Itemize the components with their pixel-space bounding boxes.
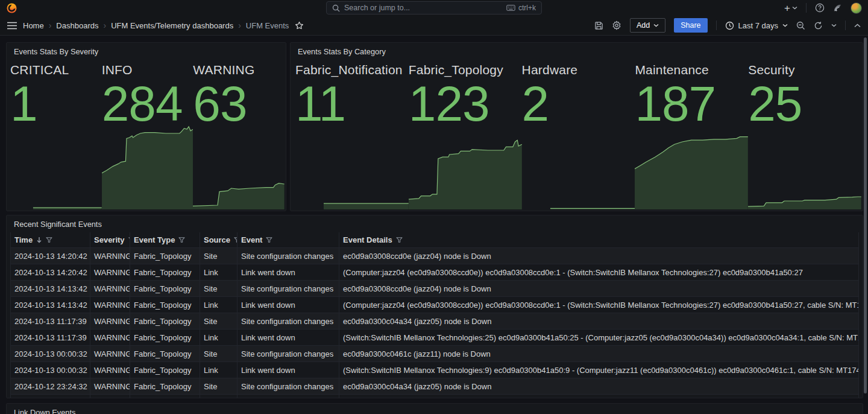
cell-source: Site bbox=[200, 248, 237, 264]
breadcrumb-item[interactable]: Home bbox=[23, 21, 44, 30]
keyboard-icon bbox=[506, 5, 515, 11]
collapse-toolbar-button[interactable] bbox=[854, 24, 861, 28]
table-row: 2024-10-13 00:00:32 WARNING Fabric_Topol… bbox=[11, 362, 858, 378]
cell-source: Site bbox=[200, 346, 237, 361]
cell-source: Link bbox=[200, 297, 237, 313]
stat-value: 63 bbox=[193, 79, 285, 129]
save-dashboard-button[interactable] bbox=[594, 21, 603, 30]
filter-icon[interactable] bbox=[266, 237, 272, 243]
cell-event-type: Fabric_Topology bbox=[130, 248, 200, 264]
breadcrumb-item[interactable]: Dashboards bbox=[56, 21, 98, 30]
new-menu-button[interactable]: + bbox=[784, 3, 797, 13]
menu-toggle-button[interactable] bbox=[7, 22, 17, 30]
filter-icon[interactable] bbox=[396, 237, 403, 243]
breadcrumb-separator-icon: › bbox=[103, 21, 106, 30]
gear-icon bbox=[612, 21, 621, 30]
stat-value: 187 bbox=[635, 79, 748, 129]
breadcrumb-item: UFM Events bbox=[246, 21, 289, 30]
refresh-interval-button[interactable] bbox=[831, 24, 837, 27]
stat-fabric_topology: Fabric_Topology123 bbox=[409, 61, 522, 210]
column-header-event-type[interactable]: Event Type bbox=[130, 232, 200, 247]
stat-hardware: Hardware2 bbox=[522, 61, 635, 210]
cell-time: 2024-10-13 14:20:42 bbox=[11, 264, 90, 280]
refresh-icon bbox=[814, 21, 823, 30]
column-header-event[interactable]: Event bbox=[237, 232, 339, 247]
table-row: 2024-10-13 11:17:39 WARNING Fabric_Topol… bbox=[11, 330, 858, 346]
panel-title[interactable]: Events Stats By Category bbox=[291, 43, 393, 59]
sparkline-chart bbox=[193, 125, 285, 209]
cell-time: 2024-10-13 11:17:39 bbox=[11, 313, 90, 329]
panel-title[interactable]: Events Stats By Severity bbox=[7, 43, 105, 59]
cell-severity: WARNING bbox=[90, 362, 130, 378]
stat-security: Security25 bbox=[748, 61, 861, 210]
table-row: 2024-10-13 00:00:32 WARNING Fabric_Topol… bbox=[11, 346, 858, 362]
search-placeholder: Search or jump to... bbox=[344, 4, 502, 12]
cell-event-type: Fabric_Topology bbox=[130, 297, 200, 313]
stat-fabric_notification: Fabric_Notification11 bbox=[295, 61, 409, 210]
dashboard-settings-button[interactable] bbox=[612, 21, 621, 30]
cell-event-type: Fabric_Topology bbox=[130, 313, 200, 329]
news-button[interactable] bbox=[833, 4, 842, 13]
panel-title[interactable]: Link Down Events bbox=[7, 404, 83, 414]
cell-time: 2024-10-13 14:20:42 bbox=[11, 248, 90, 264]
cell-source: Site bbox=[200, 281, 237, 296]
stat-value: 1 bbox=[10, 79, 102, 129]
cell-event: Site configuration changes bbox=[237, 313, 339, 329]
stats-row: Fabric_Notification11Fabric_Topology123H… bbox=[295, 61, 861, 210]
add-panel-button[interactable]: Add bbox=[630, 18, 665, 33]
cell-event: Link went down bbox=[237, 362, 339, 378]
cell-severity: WARNING bbox=[90, 248, 130, 264]
stat-label: Maintenance bbox=[635, 63, 748, 77]
cell-event: Site configuration changes bbox=[237, 248, 339, 264]
sparkline-chart bbox=[748, 125, 861, 209]
divider bbox=[716, 21, 717, 30]
stat-value: 2 bbox=[522, 79, 635, 129]
filter-icon[interactable] bbox=[178, 237, 185, 243]
cell-event: Link went down bbox=[237, 264, 339, 280]
sparkline-chart bbox=[295, 125, 409, 209]
vertical-scrollbar[interactable] bbox=[864, 37, 867, 393]
favorite-star-button[interactable] bbox=[295, 21, 304, 30]
chevron-down-icon bbox=[831, 24, 837, 27]
events-table-header: Time Severity Event Type Source Event bbox=[11, 232, 858, 248]
time-range-label: Last 7 days bbox=[738, 21, 779, 30]
table-row: 2024-10-12 23:24:32 WARNING Fabric_Topol… bbox=[11, 378, 858, 395]
cell-severity: WARNING bbox=[90, 346, 130, 361]
table-row: 2024-10-13 14:13:42 WARNING Fabric_Topol… bbox=[11, 297, 858, 313]
time-range-picker[interactable]: Last 7 days bbox=[725, 21, 788, 30]
cell-time: 2024-10-13 00:00:32 bbox=[11, 346, 90, 361]
column-header-time[interactable]: Time bbox=[11, 232, 90, 247]
cell-time: 2024-10-12 23:24:32 bbox=[11, 378, 90, 394]
search-input[interactable]: Search or jump to... ctrl+k bbox=[326, 1, 542, 14]
cell-event: Link went down bbox=[237, 330, 339, 345]
page-toolbar: Home›Dashboards›UFM Events/Telemetry das… bbox=[0, 16, 868, 36]
column-header-severity[interactable]: Severity bbox=[90, 232, 130, 247]
cell-event-details: ec0d9a0300c0461c (jazz11) node is Down bbox=[339, 346, 858, 361]
refresh-button[interactable] bbox=[814, 21, 823, 30]
column-header-source[interactable]: Source bbox=[200, 232, 237, 247]
cell-event-details: (Switch:SwitchIB Mellanox Technologies:9… bbox=[339, 362, 858, 378]
breadcrumb: Home›Dashboards›UFM Events/Telemetry das… bbox=[23, 21, 289, 30]
column-header-event-details[interactable]: Event Details bbox=[339, 232, 858, 247]
share-button[interactable]: Share bbox=[674, 18, 707, 33]
cell-source: Site bbox=[200, 313, 237, 329]
zoom-out-time-button[interactable] bbox=[796, 21, 805, 30]
cell-event-details: ec0d9a0300c04a34 (jazz05) node is Down bbox=[339, 313, 858, 329]
cell-event-type: Fabric_Topology bbox=[130, 264, 200, 280]
divider bbox=[806, 3, 807, 13]
stat-warning: WARNING63 bbox=[193, 61, 285, 210]
cell-source: Site bbox=[200, 378, 237, 394]
breadcrumb-item[interactable]: UFM Events/Telemetry dashboards bbox=[111, 21, 233, 30]
star-icon bbox=[295, 21, 304, 30]
hamburger-icon bbox=[7, 22, 17, 30]
help-button[interactable] bbox=[815, 3, 825, 13]
cell-event: Site configuration changes bbox=[237, 346, 339, 361]
panel-link-down-events: Link Down Events bbox=[6, 403, 863, 414]
events-table: Time Severity Event Type Source Event bbox=[10, 232, 859, 398]
panel-title[interactable]: Recent Significant Events bbox=[7, 215, 109, 232]
grafana-logo-icon[interactable] bbox=[6, 2, 17, 14]
cell-event-details: (Computer:jazz04 (ec0d9a03008ccd0e)) ec0… bbox=[339, 297, 858, 313]
filter-icon[interactable] bbox=[46, 237, 52, 243]
sparkline-chart bbox=[522, 125, 635, 209]
user-avatar[interactable] bbox=[851, 2, 862, 14]
